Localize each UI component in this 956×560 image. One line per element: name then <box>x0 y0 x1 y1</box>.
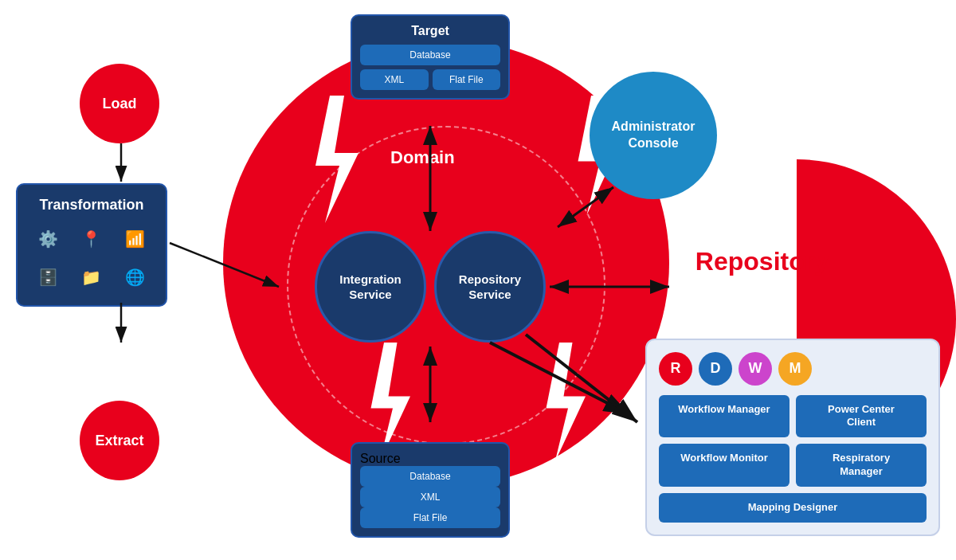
mapping-designer-button[interactable]: Mapping Designer <box>659 493 927 523</box>
target-title: Target <box>360 24 500 38</box>
pc-icon-w: W <box>739 352 772 386</box>
diagram-container: Domain <box>0 0 956 560</box>
load-label: Load <box>103 96 137 112</box>
workflow-manager-button[interactable]: Workflow Manager <box>659 395 789 438</box>
source-database: Database <box>360 466 500 487</box>
transformation-box: Transformation ⚙️ 📍 📶 🗄️ 📁 🌐 <box>16 183 167 307</box>
integration-service-circle: IntegrationService <box>315 231 426 343</box>
respiratory-manager-button[interactable]: RespiratoryManager <box>796 444 927 487</box>
admin-console-circle: Administrator Console <box>590 72 717 199</box>
source-title: Source <box>360 452 500 466</box>
target-flatfile: Flat File <box>433 69 501 90</box>
load-circle: Load <box>80 64 159 143</box>
target-xml: XML <box>360 69 429 90</box>
power-center-client-button[interactable]: Power CenterClient <box>796 395 927 438</box>
admin-console-label: Administrator Console <box>590 119 717 152</box>
workflow-monitor-button[interactable]: Workflow Monitor <box>659 444 789 487</box>
pc-buttons-grid: Workflow Manager Power CenterClient Work… <box>659 395 927 523</box>
powercenter-panel: R D W M Workflow Manager Power CenterCli… <box>645 339 940 536</box>
pc-icon-d: D <box>699 352 732 386</box>
source-flatfile: Flat File <box>360 507 500 528</box>
extract-circle: Extract <box>80 401 159 480</box>
repository-service-label: RepositoryService <box>459 272 521 303</box>
extract-label: Extract <box>95 433 143 449</box>
location-icon: 📍 <box>76 223 108 255</box>
folder-icon: 📁 <box>76 261 108 293</box>
pc-icon-m: M <box>778 352 812 386</box>
pc-icons-row: R D W M <box>659 352 927 386</box>
integration-service-label: IntegrationService <box>339 272 402 303</box>
repository-service-circle: RepositoryService <box>434 231 546 343</box>
repository-label: Repository <box>695 247 829 276</box>
network-icon: 🌐 <box>120 261 151 293</box>
domain-label: Domain <box>390 147 455 168</box>
target-items: Database XML Flat File <box>360 45 500 90</box>
source-items: Database XML Flat File <box>360 466 500 528</box>
transformation-icons: ⚙️ 📍 📶 🗄️ 📁 🌐 <box>29 223 154 293</box>
transformation-title: Transformation <box>29 197 154 213</box>
pc-icon-r: R <box>659 352 692 386</box>
source-box: Source Database XML Flat File <box>351 442 510 538</box>
target-box: Target Database XML Flat File <box>351 14 510 100</box>
database-icon: 🗄️ <box>32 261 64 293</box>
wifi-icon: 📶 <box>120 223 151 255</box>
target-database: Database <box>360 45 500 65</box>
source-xml: XML <box>360 487 500 507</box>
gear-icon: ⚙️ <box>32 223 64 255</box>
